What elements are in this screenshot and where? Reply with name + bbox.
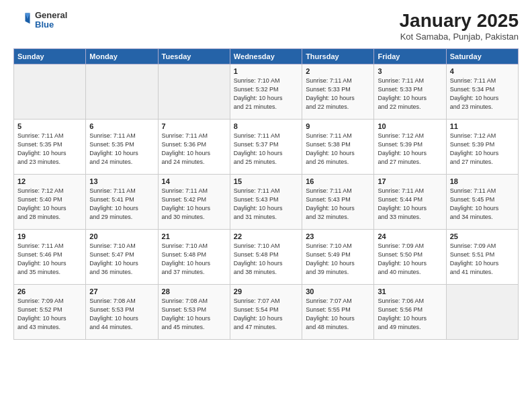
day-info: Sunrise: 7:11 AM Sunset: 5:35 PM Dayligh… xyxy=(89,132,154,167)
calendar-cell: 30Sunrise: 7:07 AM Sunset: 5:55 PM Dayli… xyxy=(302,284,374,339)
day-info: Sunrise: 7:11 AM Sunset: 5:33 PM Dayligh… xyxy=(306,77,370,111)
logo-icon xyxy=(13,11,32,30)
calendar-cell: 29Sunrise: 7:07 AM Sunset: 5:54 PM Dayli… xyxy=(230,284,302,339)
day-header-sunday: Sunday xyxy=(14,48,86,64)
day-info: Sunrise: 7:11 AM Sunset: 5:42 PM Dayligh… xyxy=(162,187,226,222)
day-info: Sunrise: 7:12 AM Sunset: 5:40 PM Dayligh… xyxy=(17,187,82,222)
day-number: 17 xyxy=(378,177,442,185)
calendar-cell: 5Sunrise: 7:11 AM Sunset: 5:35 PM Daylig… xyxy=(14,119,86,174)
day-info: Sunrise: 7:09 AM Sunset: 5:50 PM Dayligh… xyxy=(378,242,442,277)
day-number: 1 xyxy=(234,67,298,75)
calendar-cell: 13Sunrise: 7:11 AM Sunset: 5:41 PM Dayli… xyxy=(86,174,158,229)
week-row-2: 5Sunrise: 7:11 AM Sunset: 5:35 PM Daylig… xyxy=(14,119,519,174)
day-header-wednesday: Wednesday xyxy=(230,48,302,64)
day-info: Sunrise: 7:11 AM Sunset: 5:45 PM Dayligh… xyxy=(450,187,515,222)
calendar-cell xyxy=(14,64,86,119)
day-info: Sunrise: 7:11 AM Sunset: 5:41 PM Dayligh… xyxy=(89,187,154,222)
day-header-thursday: Thursday xyxy=(302,48,374,64)
day-number: 2 xyxy=(306,67,370,75)
day-number: 10 xyxy=(378,122,442,130)
day-info: Sunrise: 7:11 AM Sunset: 5:43 PM Dayligh… xyxy=(306,187,370,222)
day-info: Sunrise: 7:11 AM Sunset: 5:37 PM Dayligh… xyxy=(234,132,298,167)
day-info: Sunrise: 7:10 AM Sunset: 5:48 PM Dayligh… xyxy=(234,242,298,277)
day-number: 27 xyxy=(89,287,154,295)
day-number: 23 xyxy=(306,232,370,240)
calendar-cell: 16Sunrise: 7:11 AM Sunset: 5:43 PM Dayli… xyxy=(302,174,374,229)
day-info: Sunrise: 7:06 AM Sunset: 5:56 PM Dayligh… xyxy=(378,297,442,332)
calendar-cell: 28Sunrise: 7:08 AM Sunset: 5:53 PM Dayli… xyxy=(158,284,230,339)
day-number: 16 xyxy=(306,177,370,185)
calendar-cell: 26Sunrise: 7:09 AM Sunset: 5:52 PM Dayli… xyxy=(14,284,86,339)
day-number: 20 xyxy=(89,232,154,240)
day-header-monday: Monday xyxy=(86,48,158,64)
calendar-cell: 21Sunrise: 7:10 AM Sunset: 5:48 PM Dayli… xyxy=(158,229,230,284)
logo: General Blue xyxy=(13,11,67,30)
day-header-tuesday: Tuesday xyxy=(158,48,230,64)
day-info: Sunrise: 7:12 AM Sunset: 5:39 PM Dayligh… xyxy=(450,132,515,167)
day-number: 18 xyxy=(450,177,515,185)
day-number: 22 xyxy=(234,232,298,240)
calendar-cell: 6Sunrise: 7:11 AM Sunset: 5:35 PM Daylig… xyxy=(86,119,158,174)
calendar-cell: 15Sunrise: 7:11 AM Sunset: 5:43 PM Dayli… xyxy=(230,174,302,229)
calendar-cell xyxy=(446,284,518,339)
calendar: SundayMondayTuesdayWednesdayThursdayFrid… xyxy=(13,48,519,340)
header: General Blue January 2025 Kot Samaba, Pu… xyxy=(13,11,519,42)
calendar-cell: 12Sunrise: 7:12 AM Sunset: 5:40 PM Dayli… xyxy=(14,174,86,229)
calendar-cell xyxy=(158,64,230,119)
day-info: Sunrise: 7:10 AM Sunset: 5:48 PM Dayligh… xyxy=(162,242,226,277)
day-info: Sunrise: 7:11 AM Sunset: 5:33 PM Dayligh… xyxy=(378,77,442,111)
day-info: Sunrise: 7:11 AM Sunset: 5:44 PM Dayligh… xyxy=(378,187,442,222)
logo-general-text: General xyxy=(35,11,67,20)
day-info: Sunrise: 7:10 AM Sunset: 5:47 PM Dayligh… xyxy=(89,242,154,277)
day-info: Sunrise: 7:07 AM Sunset: 5:54 PM Dayligh… xyxy=(234,297,298,332)
calendar-cell: 7Sunrise: 7:11 AM Sunset: 5:36 PM Daylig… xyxy=(158,119,230,174)
calendar-cell: 14Sunrise: 7:11 AM Sunset: 5:42 PM Dayli… xyxy=(158,174,230,229)
calendar-cell: 24Sunrise: 7:09 AM Sunset: 5:50 PM Dayli… xyxy=(374,229,446,284)
calendar-cell: 27Sunrise: 7:08 AM Sunset: 5:53 PM Dayli… xyxy=(86,284,158,339)
page: General Blue January 2025 Kot Samaba, Pu… xyxy=(0,0,532,411)
day-number: 11 xyxy=(450,122,515,130)
week-row-4: 19Sunrise: 7:11 AM Sunset: 5:46 PM Dayli… xyxy=(14,229,519,284)
day-info: Sunrise: 7:09 AM Sunset: 5:52 PM Dayligh… xyxy=(17,297,82,332)
calendar-cell: 18Sunrise: 7:11 AM Sunset: 5:45 PM Dayli… xyxy=(446,174,518,229)
day-number: 21 xyxy=(162,232,226,240)
day-number: 4 xyxy=(450,67,515,75)
day-number: 29 xyxy=(234,287,298,295)
day-info: Sunrise: 7:07 AM Sunset: 5:55 PM Dayligh… xyxy=(306,297,370,332)
day-number: 5 xyxy=(17,122,82,130)
calendar-cell: 20Sunrise: 7:10 AM Sunset: 5:47 PM Dayli… xyxy=(86,229,158,284)
day-info: Sunrise: 7:08 AM Sunset: 5:53 PM Dayligh… xyxy=(162,297,226,332)
calendar-cell: 23Sunrise: 7:10 AM Sunset: 5:49 PM Dayli… xyxy=(302,229,374,284)
day-number: 15 xyxy=(234,177,298,185)
subtitle: Kot Samaba, Punjab, Pakistan xyxy=(400,32,519,42)
day-number: 31 xyxy=(378,287,442,295)
day-info: Sunrise: 7:08 AM Sunset: 5:53 PM Dayligh… xyxy=(89,297,154,332)
calendar-cell: 25Sunrise: 7:09 AM Sunset: 5:51 PM Dayli… xyxy=(446,229,518,284)
day-info: Sunrise: 7:11 AM Sunset: 5:35 PM Dayligh… xyxy=(17,132,82,167)
day-info: Sunrise: 7:11 AM Sunset: 5:43 PM Dayligh… xyxy=(234,187,298,222)
day-info: Sunrise: 7:10 AM Sunset: 5:49 PM Dayligh… xyxy=(306,242,370,277)
calendar-cell: 11Sunrise: 7:12 AM Sunset: 5:39 PM Dayli… xyxy=(446,119,518,174)
day-info: Sunrise: 7:10 AM Sunset: 5:32 PM Dayligh… xyxy=(234,77,298,111)
day-number: 28 xyxy=(162,287,226,295)
main-title: January 2025 xyxy=(400,11,519,32)
day-number: 8 xyxy=(234,122,298,130)
logo-text: General Blue xyxy=(35,11,67,30)
day-info: Sunrise: 7:11 AM Sunset: 5:34 PM Dayligh… xyxy=(450,77,515,111)
day-number: 9 xyxy=(306,122,370,130)
calendar-body: 1Sunrise: 7:10 AM Sunset: 5:32 PM Daylig… xyxy=(14,64,519,339)
calendar-cell: 17Sunrise: 7:11 AM Sunset: 5:44 PM Dayli… xyxy=(374,174,446,229)
day-info: Sunrise: 7:11 AM Sunset: 5:38 PM Dayligh… xyxy=(306,132,370,167)
calendar-cell: 3Sunrise: 7:11 AM Sunset: 5:33 PM Daylig… xyxy=(374,64,446,119)
logo-blue-text: Blue xyxy=(35,20,67,30)
calendar-cell: 10Sunrise: 7:12 AM Sunset: 5:39 PM Dayli… xyxy=(374,119,446,174)
day-number: 19 xyxy=(17,232,82,240)
calendar-cell: 31Sunrise: 7:06 AM Sunset: 5:56 PM Dayli… xyxy=(374,284,446,339)
day-number: 3 xyxy=(378,67,442,75)
week-row-1: 1Sunrise: 7:10 AM Sunset: 5:32 PM Daylig… xyxy=(14,64,519,119)
day-number: 24 xyxy=(378,232,442,240)
calendar-cell: 1Sunrise: 7:10 AM Sunset: 5:32 PM Daylig… xyxy=(230,64,302,119)
day-number: 13 xyxy=(89,177,154,185)
day-number: 30 xyxy=(306,287,370,295)
day-info: Sunrise: 7:09 AM Sunset: 5:51 PM Dayligh… xyxy=(450,242,515,277)
